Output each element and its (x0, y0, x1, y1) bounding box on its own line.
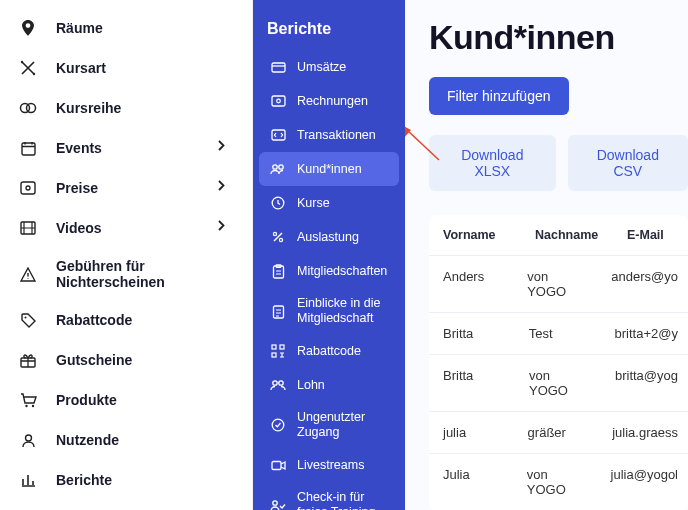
nav-item-kursart[interactable]: Kursart (0, 48, 252, 88)
nav-item-gebuehren[interactable]: Gebühren für Nichterscheinen (0, 248, 252, 300)
checkin-icon (269, 496, 287, 510)
nav-label: Berichte (56, 472, 234, 488)
nav-label: Videos (56, 220, 218, 236)
col-email[interactable]: E-Mail (613, 215, 688, 255)
reports-label: Ungenutzter Zugang (297, 410, 389, 440)
reports-item-rabattcode[interactable]: Rabattcode (259, 334, 399, 368)
cell-email: anders@yo (597, 256, 688, 312)
svg-rect-4 (22, 143, 35, 155)
svg-point-28 (273, 381, 277, 385)
nav-label: Gutscheine (56, 352, 234, 368)
reports-item-umsaetze[interactable]: Umsätze (259, 50, 399, 84)
reports-item-transaktionen[interactable]: Transaktionen (259, 118, 399, 152)
pin-icon (18, 18, 38, 38)
svg-marker-34 (405, 124, 411, 138)
svg-rect-27 (272, 353, 276, 357)
col-vorname[interactable]: Vorname (429, 215, 521, 255)
cell-email: britta+2@y (601, 313, 688, 354)
reports-label: Mitgliedschaften (297, 264, 387, 279)
rings-icon (18, 98, 38, 118)
add-filter-button[interactable]: Filter hinzufügen (429, 77, 569, 115)
nav-item-raeume[interactable]: Räume (0, 8, 252, 48)
reports-label: Livestreams (297, 458, 364, 473)
tag-icon (18, 310, 38, 330)
reports-item-kurse[interactable]: Kurse (259, 186, 399, 220)
qr-icon (269, 342, 287, 360)
nav-item-preise[interactable]: Preise (0, 168, 252, 208)
price-icon (18, 178, 38, 198)
user-icon (18, 430, 38, 450)
transaction-icon (269, 126, 287, 144)
table-row[interactable]: Julia von YOGO julia@yogol (429, 454, 688, 510)
reports-item-einblicke[interactable]: Einblicke in die Mitgliedschaft (259, 288, 399, 334)
nav-label: Preise (56, 180, 218, 196)
page-title: Kund*innen (429, 18, 688, 57)
reports-label: Check-in für freies Training (297, 490, 389, 510)
calendar-icon (18, 138, 38, 158)
reports-item-lohn[interactable]: Lohn (259, 368, 399, 402)
download-csv-button[interactable]: Download CSV (568, 135, 688, 191)
reports-label: Lohn (297, 378, 325, 393)
svg-point-1 (33, 73, 35, 75)
cell-nachname: Test (515, 313, 601, 354)
table-header-row: Vorname Nachname E-Mail (429, 215, 688, 256)
cell-email: julia.graess (598, 412, 688, 453)
reports-item-checkin[interactable]: Check-in für freies Training (259, 482, 399, 510)
customers-table: Vorname Nachname E-Mail Anders von YOGO … (429, 215, 688, 510)
nav-item-berichte[interactable]: Berichte (0, 460, 252, 500)
reports-item-auslastung[interactable]: Auslastung (259, 220, 399, 254)
svg-point-18 (279, 165, 283, 169)
reports-label: Transaktionen (297, 128, 376, 143)
cell-vorname: julia (429, 412, 514, 453)
svg-point-10 (25, 404, 27, 406)
reports-item-livestreams[interactable]: Livestreams (259, 448, 399, 482)
svg-rect-13 (272, 63, 285, 72)
table-row[interactable]: Britta Test britta+2@y (429, 313, 688, 355)
reports-item-mitgliedschaften[interactable]: Mitgliedschaften (259, 254, 399, 288)
clipboard-icon (269, 262, 287, 280)
nav-item-kursreihe[interactable]: Kursreihe (0, 88, 252, 128)
cell-vorname: Britta (429, 355, 515, 411)
reports-label: Kund*innen (297, 162, 362, 177)
svg-point-20 (273, 232, 276, 235)
download-xlsx-button[interactable]: Download XLSX (429, 135, 556, 191)
nav-item-videos[interactable]: Videos (0, 208, 252, 248)
svg-point-6 (26, 186, 30, 190)
nav-label: Produkte (56, 392, 234, 408)
nav-item-produkte[interactable]: Produkte (0, 380, 252, 420)
cell-vorname: Anders (429, 256, 513, 312)
table-row[interactable]: julia gräßer julia.graess (429, 412, 688, 454)
cell-vorname: Julia (429, 454, 513, 510)
table-row[interactable]: Anders von YOGO anders@yo (429, 256, 688, 313)
nav-label: Events (56, 140, 218, 156)
insight-icon (269, 302, 287, 320)
nav-label: Kursart (56, 60, 234, 76)
cell-email: julia@yogol (597, 454, 688, 510)
nav-item-events[interactable]: Events (0, 128, 252, 168)
reports-item-rechnungen[interactable]: Rechnungen (259, 84, 399, 118)
reports-title: Berichte (253, 12, 405, 50)
nav-item-gutscheine[interactable]: Gutscheine (0, 340, 252, 380)
nav-item-rabattcode[interactable]: Rabattcode (0, 300, 252, 340)
warning-icon (18, 264, 38, 284)
nav-item-nutzende[interactable]: Nutzende (0, 420, 252, 460)
reports-label: Auslastung (297, 230, 359, 245)
col-nachname[interactable]: Nachname (521, 215, 613, 255)
percent-icon (269, 228, 287, 246)
chevron-right-icon (218, 140, 234, 156)
cart-icon (18, 390, 38, 410)
svg-rect-25 (272, 345, 276, 349)
reports-label: Rabattcode (297, 344, 361, 359)
reports-label: Einblicke in die Mitgliedschaft (297, 296, 389, 326)
chevron-right-icon (218, 220, 234, 236)
cell-nachname: von YOGO (515, 355, 601, 411)
reports-label: Kurse (297, 196, 330, 211)
reports-item-ungenutzt[interactable]: Ungenutzter Zugang (259, 402, 399, 448)
table-row[interactable]: Britta von YOGO britta@yog (429, 355, 688, 412)
svg-point-29 (279, 381, 283, 385)
reports-nav: Berichte Umsätze Rechnungen Transaktione… (253, 0, 405, 510)
invoice-icon (269, 92, 287, 110)
reports-item-kundinnen[interactable]: Kund*innen (259, 152, 399, 186)
nav-label: Rabattcode (56, 312, 234, 328)
reports-label: Rechnungen (297, 94, 368, 109)
